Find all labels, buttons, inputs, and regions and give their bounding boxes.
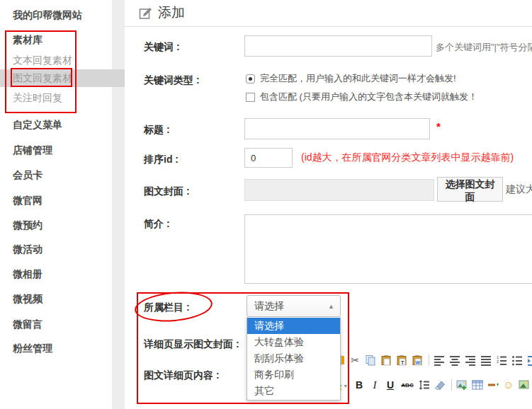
italic-icon[interactable]: I xyxy=(369,379,380,391)
cut-icon[interactable]: ✂ xyxy=(349,355,361,366)
required-asterisk: * xyxy=(436,120,441,132)
category-dropdown: 请选择 大转盘体验 刮刮乐体验 商务印刷 其它 xyxy=(247,317,341,401)
insert-image-icon[interactable] xyxy=(456,379,468,391)
strikethrough-icon[interactable]: ABC xyxy=(400,379,414,391)
keyword-hint: 多个关键词用"|"符号分隔 xyxy=(436,41,532,54)
category-option-scratch[interactable]: 刮刮乐体验 xyxy=(247,350,340,367)
sort-id-input[interactable] xyxy=(244,148,293,168)
keyword-input[interactable] xyxy=(244,35,432,57)
emoticon-icon[interactable]: ☺ xyxy=(503,379,514,391)
sidebar-item-imagetext-reply[interactable]: 图文回复素材 xyxy=(13,71,72,85)
sidebar-item-material-library[interactable]: 素材库 xyxy=(13,33,43,47)
category-select[interactable]: 请选择 ▲ xyxy=(247,295,341,317)
cover-path-input xyxy=(244,179,434,201)
sidebar-item-member-card[interactable]: 会员卡 xyxy=(13,168,43,182)
detail-cover-label: 详细页显示图文封面 : xyxy=(144,338,239,351)
choose-cover-button[interactable]: 选择图文封面 xyxy=(437,177,503,202)
indent-icon[interactable] xyxy=(527,355,532,366)
remove-format-icon[interactable] xyxy=(434,379,446,391)
chevron-up-icon: ▲ xyxy=(328,296,334,317)
sidebar-item-fans-mgmt[interactable]: 粉丝管理 xyxy=(13,341,52,355)
cover-label: 图文封面 : xyxy=(144,185,190,198)
horizontal-rule-icon[interactable] xyxy=(487,379,499,391)
toolbar-separator xyxy=(451,379,452,391)
copy-icon[interactable] xyxy=(365,355,376,366)
page-title: 添加 xyxy=(158,4,185,22)
richtext-toolbar: ✂ T W 12 xyxy=(334,352,532,402)
toolbar-row-2: A ▼ B I U ABC ☺ xyxy=(334,377,532,393)
category-option-other[interactable]: 其它 xyxy=(247,383,340,399)
keyword-type-label: 关键词类型 : xyxy=(144,74,200,87)
bold-icon[interactable]: B xyxy=(353,379,365,391)
sidebar-item-text-reply[interactable]: 文本回复素材 xyxy=(13,53,72,67)
toolbar-separator xyxy=(429,355,429,366)
svg-text:T: T xyxy=(401,360,404,365)
category-label: 所属栏目 : xyxy=(144,301,190,314)
table-icon[interactable] xyxy=(472,379,483,391)
sidebar-item-micro-site[interactable]: 微官网 xyxy=(13,193,43,207)
radio-exact-match-label: 完全匹配，用户输入的和此关键词一样才会触发! xyxy=(260,72,456,85)
toolbar-row-1: ✂ T W 12 xyxy=(334,352,532,368)
paste-icon[interactable] xyxy=(380,355,392,366)
svg-text:W: W xyxy=(416,360,421,365)
checkbox-contains-match-label: 包含匹配 (只要用户输入的文字包含本关键词就触发！ xyxy=(260,91,477,103)
radio-exact-match-checked[interactable] xyxy=(246,74,255,83)
sidebar-item-follow-reply[interactable]: 关注时回复 xyxy=(13,91,62,105)
underline-icon[interactable]: U xyxy=(385,379,396,391)
sidebar-item-micro-booking[interactable]: 微预约 xyxy=(13,218,43,232)
align-right-icon[interactable] xyxy=(465,355,476,366)
sort-id-label: 排序id : xyxy=(144,154,179,166)
chevron-down-icon: ▼ xyxy=(343,382,348,391)
sidebar-item-micro-activity[interactable]: 微活动 xyxy=(13,242,43,256)
category-option-placeholder[interactable]: 请选择 xyxy=(247,318,340,334)
title-label: 标题 : xyxy=(144,124,170,137)
cover-hint: 建议大 xyxy=(506,183,532,196)
sidebar-item-custom-menu[interactable]: 自定义菜单 xyxy=(13,117,62,132)
sidebar-item-micro-message[interactable]: 微留言 xyxy=(13,317,43,331)
sidebar-item-home[interactable]: 我的印帮微网站 xyxy=(13,8,82,22)
svg-text:2: 2 xyxy=(497,359,499,364)
align-left-icon[interactable] xyxy=(434,355,445,366)
title-input[interactable] xyxy=(244,118,430,139)
header-divider xyxy=(125,26,532,27)
detail-content-label: 图文详细页内容 : xyxy=(144,369,220,382)
sort-id-hint: (id越大，在所属官网分类文章列表中显示越靠前) xyxy=(301,151,514,164)
align-justify-icon[interactable] xyxy=(480,355,492,366)
align-center-icon[interactable] xyxy=(449,355,460,366)
checkbox-contains-match-unchecked[interactable] xyxy=(246,93,255,102)
keyword-type-option-contains[interactable]: 包含匹配 (只要用户输入的文字包含本关键词就触发！ xyxy=(246,91,477,103)
line-height-icon[interactable] xyxy=(419,379,430,391)
unordered-list-icon[interactable] xyxy=(511,355,523,366)
ordered-list-icon[interactable]: 12 xyxy=(496,355,507,366)
sidebar-item-micro-video[interactable]: 微视频 xyxy=(13,292,43,306)
category-option-wheel[interactable]: 大转盘体验 xyxy=(247,334,340,350)
paste-text-icon[interactable]: T xyxy=(396,355,407,366)
paste-word-icon[interactable]: W xyxy=(412,355,423,366)
keyword-type-option-exact[interactable]: 完全匹配，用户输入的和此关键词一样才会触发! xyxy=(246,72,456,85)
sidebar-item-shop-mgmt[interactable]: 店铺管理 xyxy=(13,143,52,157)
intro-textarea[interactable] xyxy=(244,214,532,284)
keyword-label: 关键词 : xyxy=(144,41,180,54)
category-selected-value: 请选择 xyxy=(254,300,284,311)
category-option-print[interactable]: 商务印刷 xyxy=(247,367,340,383)
intro-label: 简介 : xyxy=(144,218,170,231)
sidebar-item-micro-album[interactable]: 微相册 xyxy=(13,267,43,281)
sidebar-divider-strip xyxy=(112,0,125,409)
gallery-icon[interactable] xyxy=(519,379,530,391)
compose-icon xyxy=(139,6,153,21)
